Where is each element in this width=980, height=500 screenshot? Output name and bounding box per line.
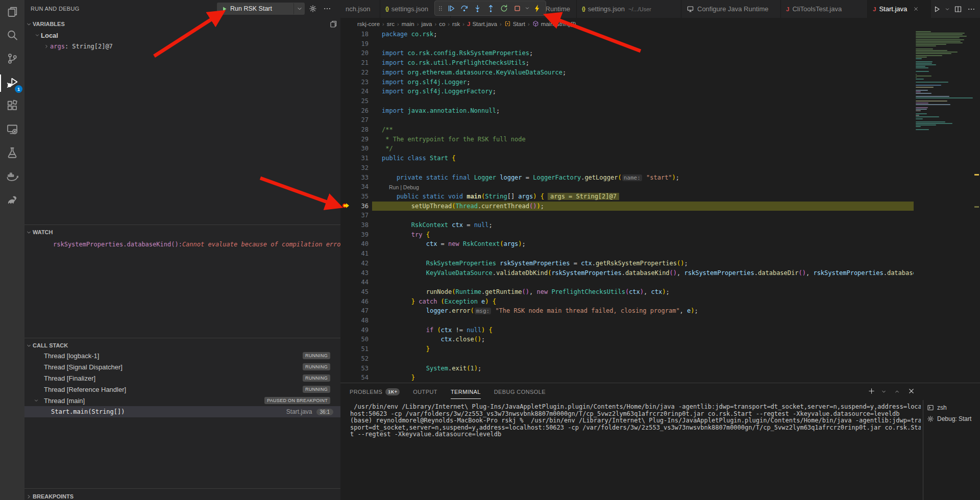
breadcrumb-file[interactable]: JStart.java xyxy=(467,21,497,27)
code-line-37[interactable]: 37 xyxy=(340,211,980,220)
code-line-38[interactable]: 38 RskContext ctx = null; xyxy=(340,220,980,230)
breadcrumb-method[interactable]: main(String[]) xyxy=(532,20,576,27)
watch-section-header[interactable]: WATCH xyxy=(24,227,340,238)
session-debug-start[interactable]: Debug: Start xyxy=(923,413,980,424)
code-line-22[interactable]: 22import org.ethereum.datasource.KeyValu… xyxy=(340,68,980,78)
chevron-down-icon[interactable] xyxy=(524,1,530,15)
stop-icon[interactable] xyxy=(510,1,524,15)
new-terminal-icon[interactable] xyxy=(868,387,876,395)
code-line-41[interactable]: 41 xyxy=(340,249,980,259)
code-line-30[interactable]: 30 */ xyxy=(340,144,980,154)
more-actions-icon[interactable] xyxy=(323,5,332,14)
continue-icon[interactable] xyxy=(444,1,457,15)
step-out-icon[interactable] xyxy=(484,1,497,15)
tab-configure-java-runtime[interactable]: Configure Java Runtime xyxy=(681,0,781,18)
open-editors-icon[interactable] xyxy=(329,20,337,28)
breadcrumb-class[interactable]: Start xyxy=(504,20,525,27)
code-line-40[interactable]: 40 ctx = new RskContext(args); xyxy=(340,239,980,249)
code-line-39[interactable]: 39 try { xyxy=(340,230,980,240)
code-line-33[interactable]: 33 private static final Logger logger = … xyxy=(340,173,980,183)
code-line-29[interactable]: 29 * The entrypoint for the RSK full nod… xyxy=(340,135,980,144)
breakpoints-section-header[interactable]: BREAKPOINTS xyxy=(24,491,340,500)
chevron-up-icon[interactable] xyxy=(894,387,902,395)
breadcrumb-item-java[interactable]: java xyxy=(421,21,432,27)
breadcrumb-item-rsk[interactable]: rsk xyxy=(452,21,460,27)
restart-icon[interactable] xyxy=(497,1,510,15)
code-line-27[interactable]: 27 xyxy=(340,115,980,125)
code-line-46[interactable]: 46 } catch (Exception e) { xyxy=(340,297,980,307)
panel-tab-output[interactable]: OUTPUT xyxy=(413,384,437,399)
code-line-35[interactable]: 35 public static void main(String[] args… xyxy=(340,192,980,202)
run-button[interactable] xyxy=(931,4,942,15)
run-config-button[interactable]: Run RSK Start xyxy=(217,3,305,15)
code-line-23[interactable]: 23import org.slf4j.Logger; xyxy=(340,78,980,87)
code-line-51[interactable]: 51 } xyxy=(340,344,980,354)
code-line-20[interactable]: 20import co.rsk.config.RskSystemProperti… xyxy=(340,48,980,58)
activity-item-explorer[interactable] xyxy=(0,1,24,24)
thread-row[interactable]: Thread [main]PAUSED ON BREAKPOINT xyxy=(24,395,340,406)
panel-tab-terminal[interactable]: TERMINAL xyxy=(451,384,481,399)
minimap[interactable] xyxy=(914,29,974,383)
activity-item-run-and-debug[interactable]: 1 xyxy=(0,71,24,95)
callstack-section-header[interactable]: CALL STACK xyxy=(24,340,340,351)
code-line-49[interactable]: 49 if (ctx != null) { xyxy=(340,326,980,335)
codelens-run-debug[interactable]: Run | Debug xyxy=(389,184,419,191)
chevron-down-icon[interactable] xyxy=(944,4,950,15)
tab-nch-json[interactable]: nch.json xyxy=(340,0,380,18)
code-line-45[interactable]: 45 runNode(Runtime.getRuntime(), new Pre… xyxy=(340,287,980,297)
code-line-44[interactable]: 44 xyxy=(340,278,980,287)
panel-tab-problems[interactable]: PROBLEMS1K+ xyxy=(350,384,400,399)
activity-item-extensions[interactable] xyxy=(0,95,24,118)
step-into-icon[interactable] xyxy=(471,1,484,15)
activity-item-docker[interactable] xyxy=(0,165,24,189)
code-line-52[interactable]: 52 xyxy=(340,354,980,364)
code-line-53[interactable]: 53 System.exit(1); xyxy=(340,364,980,373)
panel-tab-debug-console[interactable]: DEBUG CONSOLE xyxy=(494,384,546,399)
code-line-54[interactable]: 54 } xyxy=(340,373,980,383)
breadcrumb-item-src[interactable]: src xyxy=(387,21,395,27)
chevron-down-icon[interactable] xyxy=(881,387,889,395)
activity-item-testing[interactable] xyxy=(0,142,24,165)
variable-args[interactable]: args: String[2]@7 xyxy=(24,41,340,52)
code-line-50[interactable]: 50 ctx.close(); xyxy=(340,335,980,344)
code-line-21[interactable]: 21import co.rsk.util.PreflightChecksUtil… xyxy=(340,58,980,68)
stack-frame-row[interactable]: Start.main(String[]) Start.java 36:1 xyxy=(24,406,340,417)
tab-clitoolstest-java[interactable]: JCliToolsTest.java xyxy=(781,0,868,18)
activity-item-source-control[interactable] xyxy=(0,48,24,71)
code-line-43[interactable]: 43 KeyValueDataSource.validateDbKind(rsk… xyxy=(340,268,980,278)
code-line-42[interactable]: 42 RskSystemProperties rskSystemProperti… xyxy=(340,259,980,268)
hot-swap-icon[interactable] xyxy=(530,1,544,15)
activity-item-search[interactable] xyxy=(0,24,24,48)
chevron-down-icon[interactable] xyxy=(293,3,305,14)
breadcrumb-item-rskj-core[interactable]: rskj-core xyxy=(357,21,380,27)
gear-icon[interactable] xyxy=(309,5,318,14)
code-line-28[interactable]: 28/** xyxy=(340,125,980,135)
code-line-24[interactable]: 24import org.slf4j.LoggerFactory; xyxy=(340,87,980,96)
code-editor[interactable]: 18package co.rsk;1920import co.rsk.confi… xyxy=(340,29,980,383)
thread-row[interactable]: Thread [Reference Handler]RUNNING xyxy=(24,384,340,395)
split-editor-icon[interactable] xyxy=(952,4,964,15)
code-line-25[interactable]: 25 xyxy=(340,96,980,106)
watch-expression-row[interactable]: rskSystemProperties.databaseKind(): Cann… xyxy=(24,239,340,250)
code-line-32[interactable]: 32 xyxy=(340,163,980,173)
activity-item-gradle[interactable] xyxy=(0,189,24,212)
code-line-48[interactable]: 48 xyxy=(340,316,980,326)
step-over-icon[interactable] xyxy=(457,1,471,15)
variables-section-header[interactable]: VARIABLES xyxy=(24,18,340,30)
activity-item-remote-explorer[interactable] xyxy=(0,118,24,142)
code-line-31[interactable]: 31public class Start { xyxy=(340,154,980,163)
code-line-36[interactable]: 36 setUpThread(Thread.currentThread()); xyxy=(340,202,980,211)
tab-settings-json[interactable]: {}settings.json~/.../User xyxy=(577,0,681,18)
code-line-47[interactable]: 47 logger.error(msg: "The RSK node main … xyxy=(340,306,980,316)
tab-start-java[interactable]: JStart.java xyxy=(868,0,937,18)
session-zsh[interactable]: zsh xyxy=(923,402,980,413)
thread-row[interactable]: Thread [logback-1]RUNNING xyxy=(24,350,340,361)
breadcrumb-item-co[interactable]: co xyxy=(439,21,445,27)
code-line-26[interactable]: 26import javax.annotation.Nonnull; xyxy=(340,106,980,116)
variables-scope-local[interactable]: Local xyxy=(24,30,340,41)
close-icon[interactable] xyxy=(908,387,916,395)
breadcrumb-item-main[interactable]: main xyxy=(402,21,414,27)
terminal-output[interactable]: /usr/bin/env /Library/Internet\ Plug-Ins… xyxy=(350,404,921,500)
overview-ruler[interactable] xyxy=(974,29,980,383)
more-actions-icon[interactable] xyxy=(966,4,977,15)
